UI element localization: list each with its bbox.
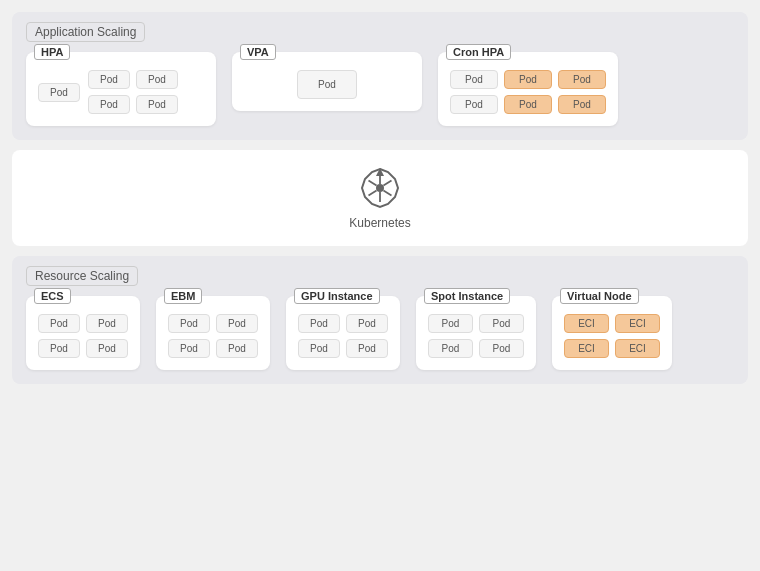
kubernetes-section: Kubernetes	[12, 150, 748, 246]
pod-item: Pod	[298, 314, 340, 333]
pod-item: Pod	[38, 314, 80, 333]
application-scaling-content: HPA Pod Pod Pod Pod Pod VPA P	[26, 52, 734, 126]
pod-item: Pod	[88, 95, 130, 114]
spot-card: Spot Instance Pod Pod Pod Pod	[416, 296, 536, 370]
eci-item: ECI	[564, 314, 609, 333]
main-container: Application Scaling HPA Pod Pod Pod Pod …	[0, 0, 760, 571]
ebm-pods-grid: Pod Pod Pod Pod	[168, 314, 258, 358]
hpa-title: HPA	[34, 44, 70, 60]
spot-title: Spot Instance	[424, 288, 510, 304]
pod-item: Pod	[450, 95, 498, 114]
pod-item: Pod	[346, 339, 388, 358]
hpa-card: HPA Pod Pod Pod Pod Pod	[26, 52, 216, 126]
kubernetes-icon	[358, 166, 402, 210]
resource-scaling-panel: Resource Scaling ECS Pod Pod Pod Pod EBM…	[12, 256, 748, 384]
pod-item: Pod	[86, 339, 128, 358]
svg-line-7	[383, 191, 391, 196]
vnode-title: Virtual Node	[560, 288, 639, 304]
hpa-layout: Pod Pod Pod Pod Pod	[38, 70, 204, 114]
resource-scaling-label: Resource Scaling	[26, 266, 138, 286]
pod-item: Pod	[298, 339, 340, 358]
eci-item: ECI	[615, 339, 660, 358]
pod-item-orange: Pod	[504, 95, 552, 114]
cronhpa-title: Cron HPA	[446, 44, 511, 60]
resource-scaling-content: ECS Pod Pod Pod Pod EBM Pod Pod Pod Pod	[26, 296, 734, 370]
ecs-card: ECS Pod Pod Pod Pod	[26, 296, 140, 370]
svg-line-6	[369, 191, 377, 196]
pod-item: Pod	[38, 83, 80, 102]
pod-item: Pod	[216, 314, 258, 333]
eci-item: ECI	[564, 339, 609, 358]
application-scaling-panel: Application Scaling HPA Pod Pod Pod Pod …	[12, 12, 748, 140]
pod-item: Pod	[38, 339, 80, 358]
pod-item: Pod	[428, 339, 473, 358]
pod-item: Pod	[479, 314, 524, 333]
hpa-left: Pod	[38, 83, 80, 102]
pod-item: Pod	[136, 70, 178, 89]
eci-item: ECI	[615, 314, 660, 333]
vnode-card: Virtual Node ECI ECI ECI ECI	[552, 296, 672, 370]
pod-item: Pod	[479, 339, 524, 358]
ebm-title: EBM	[164, 288, 202, 304]
pod-item-orange: Pod	[504, 70, 552, 89]
hpa-right: Pod Pod Pod Pod	[88, 70, 178, 114]
spot-pods-grid: Pod Pod Pod Pod	[428, 314, 524, 358]
vpa-card: VPA Pod	[232, 52, 422, 111]
svg-line-5	[383, 181, 391, 186]
pod-item: Pod	[86, 314, 128, 333]
pod-item: Pod	[297, 70, 357, 99]
ecs-title: ECS	[34, 288, 71, 304]
svg-line-8	[369, 181, 377, 186]
pod-item: Pod	[450, 70, 498, 89]
pod-item: Pod	[346, 314, 388, 333]
pod-item: Pod	[216, 339, 258, 358]
vnode-eci-grid: ECI ECI ECI ECI	[564, 314, 660, 358]
gpu-pods-grid: Pod Pod Pod Pod	[298, 314, 388, 358]
pod-item: Pod	[136, 95, 178, 114]
pod-item: Pod	[168, 314, 210, 333]
ebm-card: EBM Pod Pod Pod Pod	[156, 296, 270, 370]
cronhpa-card: Cron HPA Pod Pod Pod Pod Pod Pod	[438, 52, 618, 126]
pod-item-orange: Pod	[558, 70, 606, 89]
vpa-layout: Pod	[244, 70, 410, 99]
pod-item: Pod	[428, 314, 473, 333]
ecs-pods-grid: Pod Pod Pod Pod	[38, 314, 128, 358]
pod-item: Pod	[88, 70, 130, 89]
kubernetes-label: Kubernetes	[349, 216, 410, 230]
application-scaling-label: Application Scaling	[26, 22, 145, 42]
pod-item-orange: Pod	[558, 95, 606, 114]
svg-point-2	[376, 184, 384, 192]
vpa-title: VPA	[240, 44, 276, 60]
cronhpa-layout: Pod Pod Pod Pod Pod Pod	[450, 70, 606, 114]
pod-item: Pod	[168, 339, 210, 358]
gpu-title: GPU Instance	[294, 288, 380, 304]
gpu-card: GPU Instance Pod Pod Pod Pod	[286, 296, 400, 370]
